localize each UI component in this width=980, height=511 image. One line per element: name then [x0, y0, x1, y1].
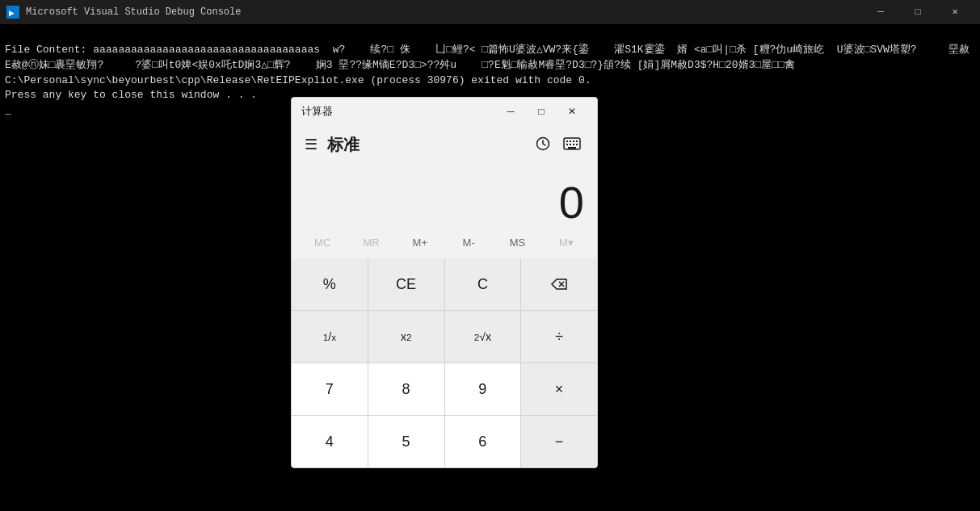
six-button[interactable]: 6: [445, 416, 521, 467]
sqrt-button[interactable]: 2√x: [445, 311, 521, 362]
memory-add-button[interactable]: M+: [396, 230, 444, 255]
reciprocal-button[interactable]: 1/x: [292, 311, 368, 362]
terminal-controls: ─ □ ✕: [862, 0, 974, 24]
svg-rect-7: [576, 140, 578, 142]
svg-text:▶: ▶: [9, 9, 15, 17]
nine-button[interactable]: 9: [445, 363, 521, 415]
svg-rect-6: [573, 140, 574, 142]
terminal-title: Microsoft Visual Studio Debug Console: [26, 6, 856, 19]
calc-close-button[interactable]: ✕: [557, 99, 587, 124]
calc-window-controls: ─ □ ✕: [495, 99, 587, 124]
svg-rect-4: [566, 140, 568, 142]
svg-rect-10: [573, 144, 574, 145]
calc-title: 计算器: [301, 104, 495, 119]
calc-header-icons: [532, 133, 553, 157]
close-button[interactable]: ✕: [936, 0, 974, 24]
memory-subtract-button[interactable]: M-: [444, 230, 493, 255]
memory-recall-button[interactable]: MR: [347, 230, 395, 255]
calc-mode-title: 标准: [327, 134, 523, 156]
vs-icon: ▶: [6, 6, 19, 19]
divide-button[interactable]: ÷: [521, 311, 597, 362]
terminal-line3: Press any key to close this window . . .: [5, 89, 257, 101]
svg-rect-12: [568, 147, 576, 149]
calc-button-grid: % CE C 1/x x2 2√x ÷ 7 8 9 × 4 5 6 −: [292, 258, 597, 467]
subtract-button[interactable]: −: [521, 416, 597, 467]
calc-titlebar: 计算器 ─ □ ✕: [292, 98, 597, 125]
minimize-button[interactable]: ─: [862, 0, 899, 24]
multiply-button[interactable]: ×: [521, 363, 597, 415]
keyboard-icon[interactable]: [560, 134, 584, 156]
terminal-cursor: _: [5, 104, 11, 116]
svg-rect-9: [570, 144, 571, 145]
calculator-window: 计算器 ─ □ ✕ ☰ 标准: [291, 97, 598, 468]
clear-entry-button[interactable]: CE: [368, 258, 444, 310]
terminal-line1: File Content: aaaaaaaaaaaaaaaaaaaaaaaaaa…: [5, 44, 969, 71]
terminal-line2: C:\Personal\sync\beyourbest\cpp\Release\…: [5, 74, 591, 86]
clear-button[interactable]: C: [445, 258, 521, 310]
calc-minimize-button[interactable]: ─: [495, 99, 526, 124]
calc-maximize-button[interactable]: □: [526, 99, 557, 124]
percent-button[interactable]: %: [292, 258, 368, 310]
calc-display: 0: [292, 164, 597, 228]
hamburger-icon[interactable]: ☰: [305, 136, 318, 153]
memory-store-button[interactable]: MS: [493, 230, 541, 255]
svg-rect-5: [570, 140, 571, 142]
square-button[interactable]: x2: [368, 311, 444, 362]
five-button[interactable]: 5: [368, 416, 444, 467]
backspace-button[interactable]: [521, 258, 597, 310]
calc-memory-row: MC MR M+ M- MS M▾: [292, 228, 597, 258]
seven-button[interactable]: 7: [292, 363, 368, 415]
memory-clear-button[interactable]: MC: [298, 230, 347, 255]
svg-rect-8: [566, 144, 568, 145]
terminal-titlebar: ▶ Microsoft Visual Studio Debug Console …: [0, 0, 980, 24]
calc-header: ☰ 标准: [292, 125, 597, 164]
maximize-button[interactable]: □: [899, 0, 936, 24]
memory-dropdown-button[interactable]: M▾: [542, 230, 591, 255]
eight-button[interactable]: 8: [368, 363, 444, 415]
calc-display-value: 0: [559, 180, 584, 225]
four-button[interactable]: 4: [292, 416, 368, 467]
history-icon[interactable]: [532, 133, 553, 157]
svg-rect-11: [576, 144, 578, 145]
